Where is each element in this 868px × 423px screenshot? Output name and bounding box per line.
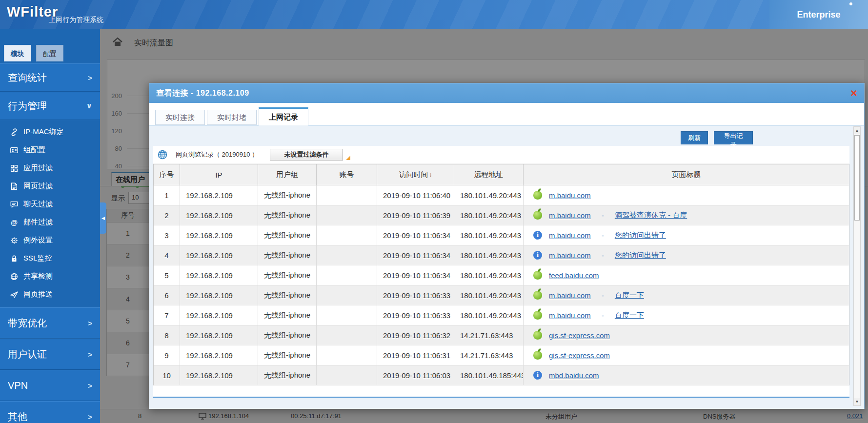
sidebar-item-0[interactable]: IP-MAC绑定 bbox=[0, 123, 100, 141]
scroll-down-icon[interactable]: ▼ bbox=[854, 398, 860, 405]
sidebar-item-label: IP-MAC绑定 bbox=[23, 127, 64, 137]
cell-account bbox=[317, 245, 377, 265]
domain-link[interactable]: m.baidu.com bbox=[549, 291, 591, 300]
tab-web-records[interactable]: 上网记录 bbox=[259, 107, 308, 125]
modal-scrollbar[interactable]: ▲ ▼ bbox=[853, 126, 861, 406]
domain-link[interactable]: feed.baidu.com bbox=[549, 271, 599, 280]
section-label: 查询统计 bbox=[8, 71, 88, 84]
cell-remote: 180.101.49.20:443 bbox=[454, 305, 524, 325]
table-row: 9 192.168.2.109 无线组-iphone 2019-09-10 11… bbox=[154, 345, 849, 365]
sidebar-tab-modules[interactable]: 模块 bbox=[4, 45, 31, 61]
col-header-index[interactable]: 序号 bbox=[154, 164, 180, 185]
sidebar-section-other[interactable]: 其他 > bbox=[0, 401, 100, 423]
sidebar-section-auth[interactable]: 用户认证 > bbox=[0, 339, 100, 370]
cell-time: 2019-09-10 11:06:31 bbox=[377, 345, 454, 365]
sidebar-section-behavior[interactable]: 行为管理 ∨ bbox=[0, 92, 100, 120]
col-header-ip[interactable]: IP bbox=[180, 164, 258, 185]
export-records-button[interactable]: 导出记录 bbox=[714, 131, 753, 144]
cell-ip: 192.168.2.109 bbox=[180, 305, 258, 325]
domain-link[interactable]: gis.sf-express.com bbox=[549, 351, 610, 360]
sidebar-item-3[interactable]: 网页过滤 bbox=[0, 177, 100, 195]
sidebar-item-5[interactable]: 邮件过滤 bbox=[0, 213, 100, 231]
col-header-account[interactable]: 账号 bbox=[317, 164, 377, 185]
sidebar-section-vpn[interactable]: VPN > bbox=[0, 370, 100, 401]
domain-link[interactable]: m.baidu.com bbox=[549, 191, 591, 200]
sidebar-item-label: 共享检测 bbox=[23, 272, 53, 281]
grid-icon bbox=[10, 164, 19, 173]
sidebar-item-7[interactable]: SSL监控 bbox=[0, 249, 100, 267]
chevron-right-icon: > bbox=[88, 413, 92, 421]
domain-link[interactable]: m.baidu.com bbox=[549, 211, 591, 220]
chevron-right-icon: > bbox=[88, 74, 92, 82]
cell-index: 6 bbox=[154, 285, 180, 305]
col-header-remote[interactable]: 远程地址 bbox=[454, 164, 524, 185]
view-connections-dialog: 查看连接 - 192.168.2.109 × 实时连接 实时封堵 上网记录 刷新… bbox=[149, 83, 865, 409]
scrollbar-thumb[interactable] bbox=[854, 135, 860, 221]
sidebar-item-8[interactable]: 共享检测 bbox=[0, 267, 100, 285]
cell-account bbox=[317, 325, 377, 345]
page-title-link[interactable]: 您的访问出错了 bbox=[615, 251, 666, 260]
tab-realtime-connections[interactable]: 实时连接 bbox=[155, 110, 205, 125]
webpage-icon bbox=[10, 182, 19, 191]
apple-icon bbox=[533, 271, 542, 280]
cell-time: 2019-09-10 11:06:03 bbox=[377, 365, 454, 385]
domain-link[interactable]: mbd.baidu.com bbox=[549, 371, 599, 380]
filter-conditions-button[interactable]: 未设置过滤条件 bbox=[270, 149, 343, 161]
page-title-link[interactable]: 酒驾被查演休克 - 百度 bbox=[615, 211, 687, 220]
sidebar-item-2[interactable]: 应用过滤 bbox=[0, 159, 100, 177]
sidebar-collapse-handle[interactable]: ◀ bbox=[100, 202, 106, 234]
apple-icon bbox=[533, 311, 542, 320]
sidebar-item-1[interactable]: 组配置 bbox=[0, 141, 100, 159]
col-header-group[interactable]: 用户组 bbox=[258, 164, 317, 185]
apple-icon bbox=[533, 291, 542, 300]
link-icon bbox=[10, 128, 19, 137]
chevron-right-icon: > bbox=[88, 382, 92, 390]
cell-time: 2019-09-10 11:06:32 bbox=[377, 325, 454, 345]
sidebar-item-4[interactable]: 聊天过滤 bbox=[0, 195, 100, 213]
sidebar-item-label: 应用过滤 bbox=[23, 163, 53, 173]
cell-remote: 180.101.49.20:443 bbox=[454, 185, 524, 205]
sidebar-nav: 查询统计 > 行为管理 ∨ IP-MAC绑定 组配置 bbox=[0, 63, 100, 423]
cell-group: 无线组-iphone bbox=[258, 345, 317, 365]
cell-remote: 180.101.49.20:443 bbox=[454, 205, 524, 225]
cell-time: 2019-09-10 11:06:33 bbox=[377, 305, 454, 325]
domain-link[interactable]: gis.sf-express.com bbox=[549, 331, 610, 340]
page-title-link[interactable]: 百度一下 bbox=[615, 291, 644, 300]
tab-realtime-blocks[interactable]: 实时封堵 bbox=[207, 110, 257, 125]
records-date-label: 网页浏览记录（ 20190910 ） bbox=[176, 150, 258, 159]
sidebar-item-label: 邮件过滤 bbox=[23, 218, 53, 227]
sidebar-section-bandwidth[interactable]: 带宽优化 > bbox=[0, 307, 100, 339]
info-icon bbox=[533, 251, 542, 260]
cell-remote: 180.101.49.185:443 bbox=[454, 365, 524, 385]
sidebar-item-label: 聊天过滤 bbox=[23, 200, 53, 209]
domain-link[interactable]: m.baidu.com bbox=[549, 311, 591, 320]
close-icon[interactable]: × bbox=[850, 88, 857, 99]
records-box: 网页浏览记录（ 20190910 ） 未设置过滤条件 序号 IP 用户组 账号 … bbox=[153, 146, 849, 398]
cell-ip: 192.168.2.109 bbox=[180, 205, 258, 225]
cell-index: 7 bbox=[154, 305, 180, 325]
globe-icon bbox=[157, 149, 168, 160]
col-header-page-title[interactable]: 页面标题 bbox=[524, 164, 849, 185]
domain-link[interactable]: m.baidu.com bbox=[549, 231, 591, 240]
cell-index: 2 bbox=[154, 205, 180, 225]
sidebar-section-query-stats[interactable]: 查询统计 > bbox=[0, 63, 100, 92]
sidebar-item-9[interactable]: 网页推送 bbox=[0, 285, 100, 303]
sidebar-item-6[interactable]: 例外设置 bbox=[0, 231, 100, 249]
page-title-link[interactable]: 百度一下 bbox=[615, 311, 644, 320]
cell-index: 3 bbox=[154, 225, 180, 245]
sidebar-tab-config[interactable]: 配置 bbox=[36, 45, 63, 61]
col-header-time[interactable]: 访问时间↓ bbox=[377, 164, 454, 185]
gear-icon bbox=[10, 236, 19, 245]
section-label: 行为管理 bbox=[8, 100, 86, 113]
page-title-link[interactable]: 您的访问出错了 bbox=[615, 231, 666, 240]
refresh-button[interactable]: 刷新 bbox=[681, 131, 708, 144]
info-icon bbox=[533, 371, 542, 380]
domain-link[interactable]: m.baidu.com bbox=[549, 251, 591, 260]
sidebar: 模块 配置 查询统计 > 行为管理 ∨ IP-MAC绑定 bbox=[0, 29, 100, 423]
scroll-up-icon[interactable]: ▲ bbox=[854, 127, 860, 134]
cell-time: 2019-09-10 11:06:34 bbox=[377, 245, 454, 265]
sidebar-item-label: 组配置 bbox=[23, 145, 45, 155]
sidebar-item-label: SSL监控 bbox=[23, 254, 52, 263]
sidebar-item-label: 网页过滤 bbox=[23, 181, 53, 191]
chevron-right-icon: > bbox=[88, 350, 92, 359]
